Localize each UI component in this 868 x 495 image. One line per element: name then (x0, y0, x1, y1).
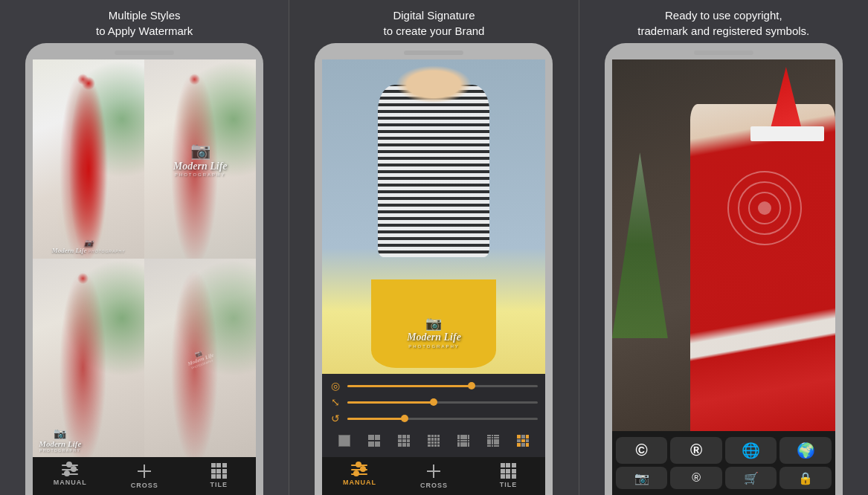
camera-btn[interactable]: 📷 (616, 467, 668, 489)
style-3x3[interactable] (393, 430, 414, 451)
panel3-title: Ready to use copyright, trademark and re… (623, 0, 824, 43)
cart-btn[interactable]: 🛒 (725, 467, 777, 489)
slider-fill-1 (347, 385, 471, 387)
grid-cell-bl: 📷 Modern Life PHOTOGRAPHY (33, 259, 144, 458)
grid-cell-tl: 📷 Modern Life PHOTOGRAPHY (33, 59, 144, 259)
cross-icon-1 (136, 463, 152, 479)
nav-label-manual-2: MANUAL (343, 479, 376, 486)
manual-icon-2 (351, 463, 367, 476)
slider-track-3[interactable] (347, 418, 538, 420)
bottom-nav-2: MANUAL CROSS TILE (322, 457, 545, 495)
nav-manual-2[interactable]: MANUAL (322, 463, 396, 489)
opacity-icon: ◎ (329, 380, 341, 392)
style-icons-row (329, 430, 538, 451)
style-4x4[interactable] (423, 430, 444, 451)
nav-tile-2[interactable]: TILE (471, 463, 545, 489)
panel-digital-signature: Digital Signature to create your Brand 📷 (289, 0, 579, 495)
concentric-circles-watermark (727, 171, 802, 245)
registered-btn[interactable]: ® (670, 437, 722, 464)
phone-notch-2 (404, 51, 463, 55)
phone-screen-1: 📷 Modern Life PHOTOGRAPHY 📷 Modern Life (33, 59, 256, 495)
globe1-btn[interactable]: 🌐 (725, 437, 777, 464)
cross-icon-2 (425, 463, 442, 479)
style-5x5[interactable] (453, 430, 474, 451)
lock-btn[interactable]: 🔒 (779, 467, 832, 489)
nav-label-tile-2: TILE (500, 481, 518, 488)
watermark-fashion: 📷 Modern Life PHOTOGRAPHY (407, 315, 461, 349)
phone-screen-2: 📷 Modern Life PHOTOGRAPHY ◎ ⤡ (322, 59, 545, 495)
slider-fill-2 (347, 401, 433, 404)
phone-notch-3 (694, 51, 753, 55)
style-diagonal[interactable] (512, 430, 533, 451)
phone-frame-1: 📷 Modern Life PHOTOGRAPHY 📷 Modern Life (25, 43, 263, 495)
phone-notch-1 (115, 51, 174, 55)
nav-tile-1[interactable]: TILE (181, 463, 256, 489)
watermark-tl: 📷 Modern Life PHOTOGRAPHY (52, 239, 126, 254)
style-2x2-small[interactable] (364, 430, 385, 451)
rotation-icon: ↺ (329, 412, 341, 424)
manual-icon-1 (62, 463, 78, 476)
phone-frame-2: 📷 Modern Life PHOTOGRAPHY ◎ ⤡ (315, 43, 553, 495)
reg2-btn[interactable]: ® (670, 467, 722, 489)
nav-manual-1[interactable]: MANUAL (33, 463, 107, 489)
copyright-btn[interactable]: © (616, 437, 668, 464)
style-1x1[interactable] (334, 430, 355, 451)
phone-frame-3: © ® 🌐 🌍 📷 ® 🛒 🔒 (605, 43, 843, 495)
fashion-photo: 📷 Modern Life PHOTOGRAPHY (322, 59, 545, 374)
tile-icon-1 (211, 463, 227, 479)
slider-rotation: ↺ (329, 412, 538, 424)
grid-cell-br: 📷Modern LifePHOTOGRAPHY 📷Modern LifePHOT… (144, 259, 256, 458)
grid-cell-tr: 📷 Modern Life PHOTOGRAPHY (144, 59, 256, 259)
nav-label-manual-1: MANUAL (54, 479, 87, 486)
controls-bar: ◎ ⤡ ↺ (322, 374, 545, 457)
style-6x6[interactable] (483, 430, 504, 451)
slider-opacity: ◎ (329, 380, 538, 392)
size-icon: ⤡ (329, 396, 341, 408)
bottom-nav-1: MANUAL CROSS TILE (33, 457, 256, 495)
panel2-title: Digital Signature to create your Brand (369, 0, 500, 43)
panel-copyright-symbols: Ready to use copyright, trademark and re… (579, 0, 868, 495)
watermark-center-tr: 📷 Modern Life PHOTOGRAPHY (173, 141, 228, 177)
tiled-watermark: 📷Modern LifePHOTOGRAPHY 📷Modern LifePHOT… (144, 259, 256, 458)
tile-icon-2 (501, 463, 516, 479)
nav-label-tile-1: TILE (210, 481, 228, 488)
slider-track-1[interactable] (347, 385, 538, 387)
panel-multiple-styles: Multiple Styles to Apply Watermark 📷 Mod… (0, 0, 289, 495)
slider-thumb-1 (468, 382, 475, 389)
symbol-bar: © ® 🌐 🌍 📷 ® 🛒 🔒 (612, 431, 835, 495)
globe2-btn[interactable]: 🌍 (779, 437, 832, 464)
panel1-title: Multiple Styles to Apply Watermark (81, 0, 208, 43)
slider-thumb-3 (401, 415, 408, 422)
nav-label-cross-1: CROSS (131, 482, 158, 489)
slider-thumb-2 (430, 398, 437, 406)
phone-screen-3: © ® 🌐 🌍 📷 ® 🛒 🔒 (612, 59, 835, 495)
slider-fill-3 (347, 418, 405, 420)
slider-size: ⤡ (329, 396, 538, 408)
photo-grid-2x2: 📷 Modern Life PHOTOGRAPHY 📷 Modern Life (33, 59, 256, 457)
nav-label-cross-2: CROSS (420, 482, 448, 489)
nav-cross-1[interactable]: CROSS (107, 463, 181, 489)
christmas-photo (612, 59, 835, 431)
nav-cross-2[interactable]: CROSS (396, 463, 471, 489)
slider-track-2[interactable] (347, 401, 538, 404)
